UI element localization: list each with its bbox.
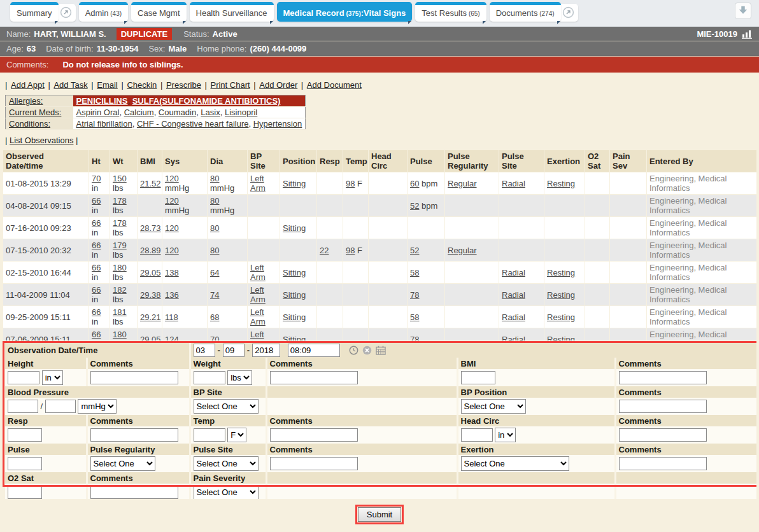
observation-value-link[interactable]: 120 [165, 223, 179, 233]
observation-value-link[interactable]: 178 [113, 196, 127, 206]
observation-value-link[interactable]: 118 [165, 312, 178, 322]
observation-value-link[interactable]: 74 [210, 290, 219, 300]
observation-value-link[interactable]: Resting [547, 290, 575, 300]
action-link-add-order[interactable]: Add Order [259, 80, 297, 90]
tab-health-surveillance[interactable]: Health Surveillance [190, 2, 274, 22]
observation-value-link[interactable]: 150 [113, 174, 127, 183]
calendar-icon[interactable] [376, 346, 386, 355]
observation-value-link[interactable]: 179 [113, 241, 127, 250]
pulse-site-select[interactable]: Select One [194, 456, 259, 471]
duplicate-badge[interactable]: DUPLICATE [117, 28, 172, 40]
action-link-email[interactable]: Email [97, 80, 118, 90]
observation-value-link[interactable]: Left Arm [250, 263, 266, 282]
time-input[interactable] [288, 344, 340, 357]
tab-summary[interactable]: Summary [10, 2, 59, 22]
allergies-label-link[interactable]: Allergies: [9, 96, 43, 106]
exertion-select[interactable]: Select One [461, 456, 569, 471]
observation-value-link[interactable]: Left Arm [250, 285, 266, 304]
observation-value-link[interactable]: 52 [410, 201, 419, 211]
tab-admin[interactable]: Admin (43) [79, 2, 128, 22]
action-link-checkin[interactable]: Checkin [127, 80, 157, 90]
temp-unit-select[interactable]: F [227, 428, 246, 442]
scroll-down-button[interactable] [735, 3, 751, 19]
action-link-prescribe[interactable]: Prescribe [166, 80, 201, 90]
bp-site-select[interactable]: Select One [194, 399, 259, 414]
comments-input[interactable] [270, 428, 358, 442]
comments-input[interactable] [619, 457, 707, 470]
height-unit-select[interactable]: in [42, 370, 63, 385]
popout-icon[interactable] [559, 4, 578, 22]
pain-severity-select[interactable]: Select One [194, 485, 259, 499]
comments-input[interactable] [619, 400, 707, 413]
observation-value-link[interactable]: 58 [410, 312, 419, 322]
comments-input[interactable] [90, 486, 178, 499]
conditions-label-link[interactable]: Conditions: [9, 119, 50, 129]
observation-value-link[interactable]: Left Arm [250, 307, 266, 326]
date-year-input[interactable] [252, 344, 280, 357]
comments-input[interactable] [270, 371, 358, 384]
observation-value-link[interactable]: 22 [320, 246, 329, 255]
observation-value-link[interactable]: Resting [547, 179, 575, 188]
observation-value-link[interactable]: 180 [113, 330, 127, 339]
bmi-input[interactable] [461, 371, 495, 384]
observation-value-link[interactable]: 28.89 [140, 246, 161, 255]
action-link-add-document[interactable]: Add Document [307, 80, 362, 90]
date-month-input[interactable] [194, 344, 215, 357]
condition-link[interactable]: Hypertension [253, 119, 302, 129]
observation-value-link[interactable]: Sitting [283, 335, 306, 341]
comments-input[interactable] [90, 371, 178, 384]
observation-value-link[interactable]: 29.05 [140, 268, 161, 277]
observation-value-link[interactable]: Radial [502, 179, 525, 188]
observation-value-link[interactable]: 66 [92, 330, 101, 339]
bp-diastolic-input[interactable] [45, 400, 76, 413]
observation-value-link[interactable]: 66 [92, 263, 101, 272]
tab-test-results[interactable]: Test Results (65) [415, 2, 486, 22]
medication-link[interactable]: Calcium [124, 108, 154, 117]
observation-value-link[interactable]: 80 [210, 174, 219, 183]
observation-value-link[interactable]: 124 [165, 335, 179, 341]
observation-value-link[interactable]: 80 [210, 196, 219, 206]
observation-value-link[interactable]: 78 [410, 335, 419, 341]
observation-value-link[interactable]: Regular [448, 246, 477, 255]
observation-value-link[interactable]: 120 [165, 246, 179, 255]
comments-input[interactable] [270, 457, 358, 470]
popout-icon[interactable] [57, 4, 76, 22]
bp-unit-select[interactable]: mmHg [78, 399, 117, 414]
weight-input[interactable] [194, 371, 225, 384]
comments-input[interactable] [619, 371, 707, 384]
head-circ-input[interactable] [461, 428, 493, 442]
observation-value-link[interactable]: 66 [92, 241, 101, 250]
observation-value-link[interactable]: Resting [547, 268, 575, 277]
medication-link[interactable]: Lisinopril [225, 108, 257, 117]
clock-icon[interactable] [349, 346, 358, 355]
pulse-input[interactable] [8, 457, 42, 470]
current-meds-label-link[interactable]: Current Meds: [9, 108, 61, 117]
allergy-link[interactable]: PENICILLINS [76, 96, 128, 106]
condition-link[interactable]: CHF - Congestive heart failure [137, 119, 249, 129]
observation-value-link[interactable]: Resting [547, 335, 575, 341]
head-circ-unit-select[interactable]: in [495, 428, 516, 442]
observation-value-link[interactable]: 70 [92, 174, 101, 183]
observation-value-link[interactable]: 181 [113, 307, 127, 317]
observation-value-link[interactable]: 80 [210, 223, 219, 233]
list-observations-link[interactable]: List Observations [10, 136, 73, 145]
clear-icon[interactable] [362, 346, 372, 355]
observation-value-link[interactable]: 180 [113, 263, 127, 272]
observation-value-link[interactable]: 66 [92, 196, 101, 206]
observation-value-link[interactable]: 52 [410, 246, 419, 255]
observation-value-link[interactable]: 98 [346, 246, 355, 255]
allergy-link[interactable]: SULFA(SULFONAMIDE ANTIBIOTICS) [132, 96, 281, 106]
observation-value-link[interactable]: 66 [92, 307, 101, 317]
observation-value-link[interactable]: Sitting [283, 268, 306, 277]
observation-value-link[interactable]: 29.21 [140, 312, 161, 322]
observation-value-link[interactable]: 66 [92, 218, 101, 228]
observation-value-link[interactable]: Radial [502, 268, 525, 277]
medication-link[interactable]: Lasix [201, 108, 220, 117]
observation-value-link[interactable]: 120 [165, 196, 179, 206]
medication-link[interactable]: Aspirin Oral [76, 108, 120, 117]
observation-value-link[interactable]: 21.52 [140, 179, 161, 188]
observation-value-link[interactable]: Radial [502, 290, 525, 300]
tab-medical-record[interactable]: Medical Record (375):Vital Signs [277, 2, 413, 22]
observation-value-link[interactable]: 64 [210, 268, 219, 277]
observation-value-link[interactable]: Sitting [283, 290, 306, 300]
